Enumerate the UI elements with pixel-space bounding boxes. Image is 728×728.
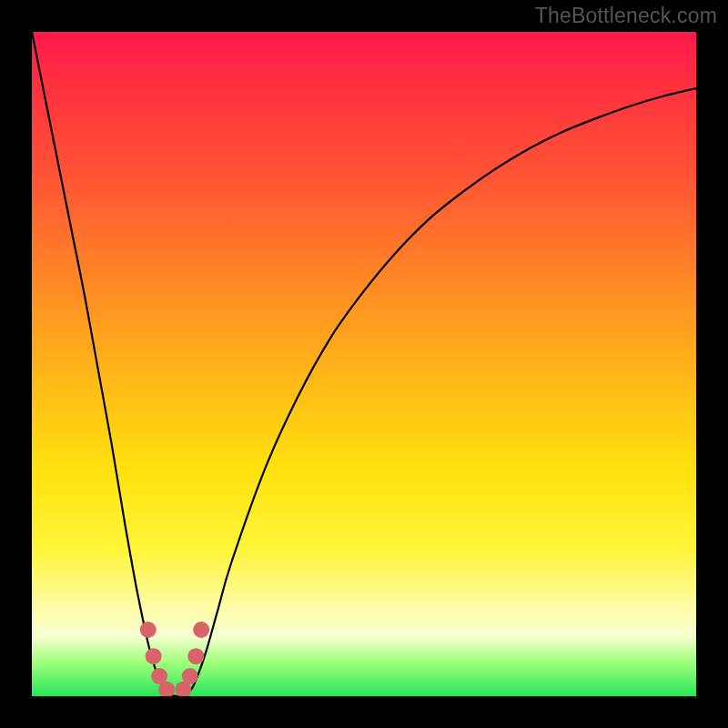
curve-marker [146,648,162,664]
plot-area [32,32,696,696]
curve-marker [182,668,198,684]
bottleneck-curve [32,32,696,696]
curve-markers [140,622,209,696]
curve-marker [187,648,204,664]
curve-marker [140,622,157,638]
curve-layer [32,32,696,696]
chart-frame: TheBottleneck.com [0,0,728,728]
curve-marker [193,622,209,638]
watermark-text: TheBottleneck.com [535,4,717,28]
